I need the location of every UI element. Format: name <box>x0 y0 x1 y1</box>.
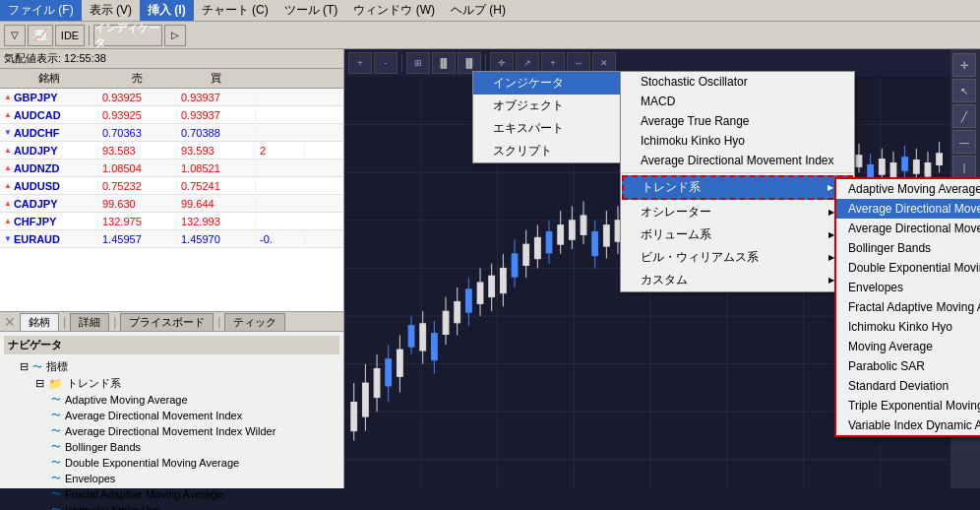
table-row[interactable]: ▲CHFJPY 132.975 132.993 <box>0 213 343 230</box>
sell-gbpjpy: 0.93925 <box>98 92 177 103</box>
svg-rect-28 <box>420 324 426 351</box>
sell-chfjpy: 132.975 <box>98 216 177 227</box>
ct-sep1 <box>401 54 402 72</box>
tree-item-ikh[interactable]: 〜 Ichimoku Kinko Hyo <box>4 502 339 510</box>
tree-trend[interactable]: ⊟ 📁 トレンド系 <box>4 375 339 392</box>
tree-item-admiw[interactable]: 〜 Average Directional Movement Index Wil… <box>4 423 339 439</box>
menu-indicators[interactable]: インジケータ ▶ <box>473 72 668 95</box>
tool-crosshair[interactable]: ✛ <box>952 53 976 77</box>
toolbar-btn4[interactable]: ▷ <box>164 25 186 46</box>
tool-arrow[interactable]: ↖ <box>952 79 976 102</box>
experts-label: エキスパート <box>493 120 564 137</box>
tree-item-dema[interactable]: 〜 Double Exponential Moving Average <box>4 455 339 471</box>
menu-insert[interactable]: 挿入 (I) <box>140 0 194 21</box>
svg-rect-46 <box>523 244 529 265</box>
svg-rect-66 <box>638 239 643 258</box>
sell-euraud: 1.45957 <box>98 233 177 245</box>
svg-rect-84 <box>741 187 747 204</box>
wave-icon2: 〜 <box>51 409 61 422</box>
tree-item-env[interactable]: 〜 Envelopes <box>4 471 339 486</box>
svg-rect-80 <box>718 196 724 215</box>
toolbar-ide[interactable]: IDE <box>55 25 85 46</box>
menu-window[interactable]: ウィンドウ (W) <box>345 0 443 21</box>
menu-objects[interactable]: オブジェクト ▶ <box>473 95 668 117</box>
tool-hline[interactable]: — <box>952 130 976 154</box>
menu-file[interactable]: ファイル (F) <box>0 0 82 21</box>
svg-rect-32 <box>443 311 449 334</box>
tree-item-ama[interactable]: 〜 Adaptive Moving Average <box>4 392 339 408</box>
tab-symbols[interactable]: 銘柄 <box>20 313 59 331</box>
buy-audjpy: 93.593 <box>177 145 256 157</box>
svg-rect-108 <box>879 159 885 175</box>
tab-sep2: | <box>113 315 116 329</box>
table-row[interactable]: ▲CADJPY 99.630 99.644 <box>0 195 343 213</box>
tree-item-label3: Average Directional Movement Index Wilde… <box>65 425 276 437</box>
menu-chart[interactable]: チャート (C) <box>194 0 276 21</box>
submenu-arrow-objects: ▶ <box>643 101 648 110</box>
tool-line[interactable]: ╱ <box>952 104 976 128</box>
svg-rect-118 <box>937 154 943 165</box>
svg-rect-102 <box>844 158 850 171</box>
tree-item-bb[interactable]: 〜 Bollinger Bands <box>4 439 339 455</box>
tree-item-label4: Bollinger Bands <box>65 441 141 453</box>
table-row[interactable]: ▲AUDUSD 0.75232 0.75241 <box>0 177 343 195</box>
tree-item-fama[interactable]: 〜 Fractal Adaptive Moving Average <box>4 486 339 502</box>
svg-rect-64 <box>627 228 633 249</box>
buy-audusd: 0.75241 <box>177 180 256 192</box>
table-row[interactable]: ▼AUDCHF 0.70363 0.70388 <box>0 124 343 142</box>
tool-text[interactable]: T <box>952 181 976 205</box>
sell-cadjpy: 99.630 <box>98 198 177 210</box>
table-row[interactable]: ▲GBPJPY 0.93925 0.93937 <box>0 89 343 106</box>
symbol-audjpy: ▲AUDJPY <box>0 145 98 157</box>
table-row[interactable]: ▼EURAUD 1.45957 1.45970 -0. <box>0 230 343 248</box>
ct-bar[interactable]: ▐▌ <box>432 52 456 74</box>
svg-rect-116 <box>925 162 931 176</box>
menu-help[interactable]: ヘルプ (H) <box>443 0 514 21</box>
svg-rect-42 <box>500 268 506 292</box>
svg-rect-52 <box>558 225 564 244</box>
sell-audchf: 0.70363 <box>98 127 177 139</box>
tab-tick[interactable]: ティック <box>224 313 285 331</box>
symbol-gbpjpy: ▲GBPJPY <box>0 92 98 103</box>
menu-scripts[interactable]: スクリプト ▶ <box>473 140 668 162</box>
table-row[interactable]: ▲AUDJPY 93.583 93.593 2 <box>0 142 343 159</box>
ct-zoom-in[interactable]: + <box>348 52 372 74</box>
svg-rect-68 <box>649 244 655 267</box>
svg-rect-24 <box>397 350 402 376</box>
col-sell: 売 <box>98 70 177 87</box>
ct-grid[interactable]: ⊞ <box>406 52 430 74</box>
table-row[interactable]: ▲AUDNZD 1.08504 1.08521 <box>0 159 343 177</box>
toolbar-new[interactable]: ▽ <box>4 25 26 46</box>
table-row[interactable]: ▲AUDCAD 0.93925 0.93937 <box>0 106 343 124</box>
main-layout: 気配値表示: 12:55:38 銘柄 売 買 ▲GBPJPY 0.93925 0… <box>0 49 980 488</box>
menu-experts[interactable]: エキスパート ▶ <box>473 117 668 140</box>
toolbar-indicator[interactable]: インディケータ <box>93 25 162 46</box>
toolbar-btn2[interactable]: 📈 <box>28 25 53 46</box>
wave-icon5: 〜 <box>51 456 61 470</box>
ct-zoom-out[interactable]: - <box>374 52 398 74</box>
tree-indicators[interactable]: ⊟ 〜 指標 <box>4 358 339 375</box>
tree-item-label6: Envelopes <box>65 473 115 484</box>
tool-vline[interactable]: | <box>952 156 976 179</box>
menu-view[interactable]: 表示 (V) <box>82 0 140 21</box>
svg-rect-76 <box>696 206 702 224</box>
folder-icon: 📁 <box>48 377 63 391</box>
tab-bar: ✕ 銘柄 | 詳細 | プライスボード | ティック <box>0 312 343 332</box>
svg-rect-16 <box>351 403 357 431</box>
sell-audcad: 0.93925 <box>98 109 177 121</box>
svg-rect-62 <box>615 221 621 241</box>
tab-detail[interactable]: 詳細 <box>70 313 109 331</box>
svg-rect-92 <box>787 168 793 187</box>
svg-rect-94 <box>799 164 805 181</box>
left-panel: 気配値表示: 12:55:38 銘柄 売 買 ▲GBPJPY 0.93925 0… <box>0 49 344 488</box>
buy-gbpjpy: 0.93937 <box>177 92 256 103</box>
close-icon[interactable]: ✕ <box>4 314 16 330</box>
symbol-table: 銘柄 売 買 ▲GBPJPY 0.93925 0.93937 ▲AUDCAD 0… <box>0 69 343 311</box>
tree-item-admi[interactable]: 〜 Average Directional Movement Index <box>4 408 339 423</box>
tree-item-label: Adaptive Moving Average <box>65 394 188 406</box>
svg-rect-96 <box>810 162 816 178</box>
tab-priceboard[interactable]: プライスボード <box>120 313 214 331</box>
scripts-label: スクリプト <box>493 143 552 159</box>
menu-tools[interactable]: ツール (T) <box>276 0 346 21</box>
submenu-arrow-experts: ▶ <box>643 124 648 133</box>
